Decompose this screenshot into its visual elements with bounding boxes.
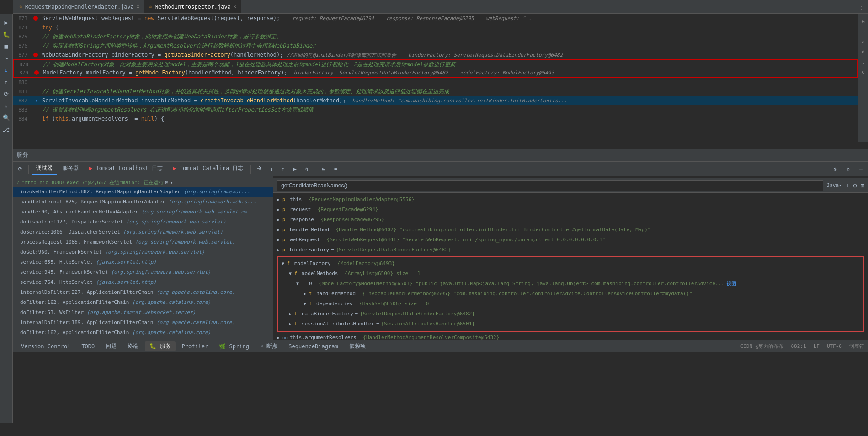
bottom-tab-service[interactable]: 🐛 服务 (145, 341, 175, 351)
stack-frame-13[interactable]: internalDoFilter:189, ApplicationFilterC… (13, 318, 273, 328)
sidebar-icon-debug[interactable]: 🐛 (1, 29, 11, 39)
sidebar-icon-bookmark[interactable]: ☆ (1, 101, 11, 111)
debug-btn-gear2[interactable]: ⚙ (842, 164, 853, 175)
rsidebar-icon-3[interactable]: a (859, 37, 868, 46)
var-row-argumentresolvers[interactable]: ▶ oo this.argumentResolvers = {HandlerMe… (273, 333, 868, 340)
stack-frame-10[interactable]: internalDoFilter:227, ApplicationFilterC… (13, 287, 273, 298)
var-row-databinderfactory[interactable]: ▶ f dataBinderFactory = {ServletRequestD… (278, 309, 863, 319)
var-row-request[interactable]: ▶ p request = {RequestFacade@6294} (273, 205, 868, 215)
var-row-handlermethod[interactable]: ▶ p handlerMethod = {HandlerMethod@6402}… (273, 225, 868, 235)
bottom-tab-spring[interactable]: 🌿 Spring (214, 342, 254, 351)
debug-tab-server[interactable]: 服务器 (58, 163, 84, 175)
stack-frame-3[interactable]: doDispatch:1127, DispatcherServlet (org.… (13, 217, 273, 227)
debug-btn-force-step[interactable]: ↯ (301, 164, 312, 175)
stack-frame-2[interactable]: handle:90, AbstractHandlerMethodAdapter … (13, 207, 273, 217)
debug-btn-step-over[interactable] (254, 164, 265, 175)
tab-more-btn[interactable]: ⋮ (855, 4, 868, 10)
sidebar-icon-resume[interactable]: ⟳ (1, 89, 11, 99)
var-row-dependencies[interactable]: ▼ f dependencies = {HashSet@6506} size =… (278, 299, 863, 309)
bottom-tab-terminal[interactable]: 终端 (123, 341, 143, 351)
var-arrow-sah: ▶ (289, 320, 294, 328)
var-row-response[interactable]: ▶ p response = {ResponseFacade@6295} (273, 215, 868, 225)
sidebar-icon-step-into[interactable]: ↓ (1, 65, 11, 75)
bottom-tab-breakpoints[interactable]: ⚐ 断点 (256, 341, 282, 351)
thread-filter-icon[interactable]: ⊟ (165, 180, 169, 186)
var-row-binderfactory[interactable]: ▶ p binderFactory = {ServletRequestDataB… (273, 245, 868, 255)
debug-btn-minus[interactable]: ─ (855, 164, 866, 175)
expr-expand-btn[interactable]: ⊞ (861, 182, 864, 189)
debug-tab-tomcat-catalina[interactable]: ▶ Tomcat Catalina 日志 (168, 163, 248, 175)
stack-frame-8[interactable]: service:945, FrameworkServlet (org.sprin… (13, 267, 273, 277)
var-row-webrequest[interactable]: ▶ p webRequest = {ServletWebRequest@6441… (273, 235, 868, 245)
bottom-tab-deps[interactable]: 依赖项 (345, 341, 370, 351)
stack-frame-1[interactable]: handleInternal:825, RequestMappingHandle… (13, 197, 273, 207)
var-row-this[interactable]: ▶ p this = {RequestMappingHandlerAdapter… (273, 195, 868, 205)
line-num-883: 883 (13, 107, 31, 113)
breakpoint-877[interactable] (33, 53, 38, 57)
tab-java-icon-1: ☕ (19, 4, 22, 10)
toolbar-separator-2 (250, 165, 251, 174)
tab-close-1[interactable]: × (137, 4, 139, 9)
var-row-model-0[interactable]: ▼ 0 = {ModelFactory$ModelMethod@6503} "p… (278, 279, 863, 289)
var-row-sessionhandler[interactable]: ▶ f sessionAttributesHandler = {SessionA… (278, 319, 863, 329)
var-row-nested-handlermethod[interactable]: ▶ f handlerMethod = {InvocableHandlerMet… (278, 289, 863, 299)
debug-btn-step-into[interactable]: ↓ (266, 164, 277, 175)
variables-panel: Java▾ + ⚙ ⊞ ▶ p this = {RequestMappingHa… (273, 176, 868, 340)
bottom-tab-profiler[interactable]: Profiler (177, 342, 213, 351)
debug-btn-frames[interactable]: ⊞ (318, 164, 329, 175)
tab-requestmapping[interactable]: ☕ RequestMappingHandlerAdapter.java × (15, 0, 144, 13)
debug-btn-refresh[interactable]: ⟳ (15, 164, 26, 175)
expr-lang-selector[interactable]: Java▾ (827, 182, 842, 188)
line-gutter-873 (31, 16, 40, 21)
bottom-tab-version-control[interactable]: Version Control (16, 342, 75, 351)
breakpoint-879[interactable] (34, 70, 39, 75)
debug-btn-resume[interactable]: ▶ (289, 164, 300, 175)
bottom-tab-problems[interactable]: 问题 (101, 341, 121, 351)
bottom-tab-sequence[interactable]: SequenceDiagram (284, 342, 342, 351)
line-gutter-879 (32, 70, 41, 75)
breakpoint-873[interactable] (33, 16, 38, 21)
stack-frame-7[interactable]: service:655, HttpServlet (javax.servlet.… (13, 257, 273, 267)
sidebar-icon-search[interactable]: 🔍 (1, 112, 11, 122)
main-content: ☕ RequestMappingHandlerAdapter.java × ☕ … (13, 0, 868, 352)
bottom-tab-todo[interactable]: TODO (77, 342, 99, 351)
var-name-modelfactory: modelFactory (294, 260, 330, 268)
view-link-0[interactable]: 视图 (726, 280, 736, 288)
expr-add-btn[interactable]: + (846, 182, 849, 189)
sidebar-icon-git[interactable]: ⎇ (1, 124, 11, 134)
rsidebar-icon-1[interactable]: G (859, 17, 868, 26)
var-row-modelmethods[interactable]: ▼ f modelMethods = {ArrayList@6500} size… (278, 269, 863, 279)
stack-frame-12[interactable]: doFilter:53, WsFilter (org.apache.tomcat… (13, 308, 273, 318)
sidebar-icon-step-out[interactable]: ↑ (1, 77, 11, 87)
sidebar-icon-stop[interactable]: ■ (1, 41, 11, 51)
stack-frame-0[interactable]: invokeHandlerMethod:882, RequestMappingH… (13, 187, 273, 197)
stack-frame-6[interactable]: doGet:960, FrameworkServlet (org.springf… (13, 247, 273, 257)
stack-frame-14[interactable]: doFilter:162, ApplicationFilterChain (or… (13, 328, 273, 338)
sidebar-icon-step-over[interactable]: ↷ (1, 53, 11, 63)
thread-expand-icon[interactable]: ▾ (170, 180, 173, 186)
rsidebar-icon-2[interactable]: r (859, 27, 868, 36)
var-row-modelfactory[interactable]: ▼ f modelFactory = {ModelFactory@6493} (278, 259, 863, 269)
stack-frame-5[interactable]: processRequest:1085, FrameworkServlet (o… (13, 237, 273, 247)
sidebar-icon-run[interactable]: ▶ (1, 17, 11, 27)
debug-btn-threads[interactable]: ≡ (330, 164, 341, 175)
stack-frame-9[interactable]: service:764, HttpServlet (javax.servlet.… (13, 277, 273, 287)
debug-btn-settings[interactable]: ⚙ (830, 164, 841, 175)
var-name-response: response (290, 216, 314, 224)
stack-frame-11[interactable]: doFilter:162, ApplicationFilterChain (or… (13, 298, 273, 308)
rsidebar-icon-4[interactable]: d (859, 48, 868, 56)
tab-methodintrospector[interactable]: ☕ MethodIntrospector.java × (144, 0, 241, 13)
rsidebar-icon-6[interactable]: e (859, 68, 868, 76)
stack-frame-4[interactable]: doService:1006, DispatcherServlet (org.s… (13, 227, 273, 237)
line-content-874: try { (40, 24, 868, 31)
expr-settings-btn[interactable]: ⚙ (853, 182, 857, 189)
var-name-this: this (290, 196, 302, 204)
debug-content: ✓ "http-nio-8080-exec-7"@2,657 在组"main":… (13, 176, 868, 340)
expression-input[interactable] (277, 180, 823, 191)
code-line-878: 878 // 创建ModelFactory对象，此对象主要用来处理model，主… (13, 59, 858, 69)
debug-tab-debugger[interactable]: 调试器 (32, 163, 57, 175)
tab-close-2[interactable]: × (234, 4, 236, 9)
debug-tab-tomcat-localhost[interactable]: ▶ Tomcat Localhost 日志 (85, 163, 167, 175)
rsidebar-icon-5[interactable]: l (859, 58, 868, 66)
debug-btn-step-out[interactable]: ↑ (277, 164, 288, 175)
